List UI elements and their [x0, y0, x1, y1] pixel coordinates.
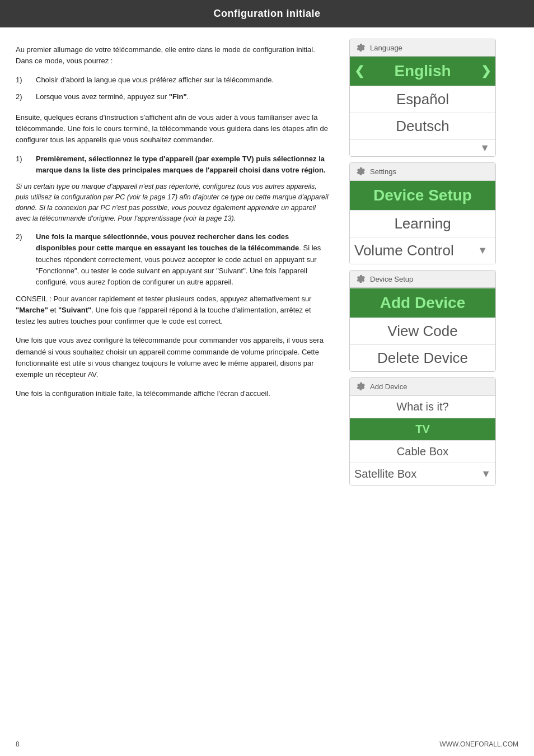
page-number: 8	[16, 740, 20, 748]
step-2b-text: Une fois la marque sélectionnée, vous po…	[36, 231, 331, 288]
step-2b-num: 2)	[16, 231, 36, 288]
add-device-panel-header: Add Device	[350, 378, 495, 395]
device-setup-panel-title: Device Setup	[370, 275, 413, 283]
language-english[interactable]: ❮ English ❯	[350, 57, 495, 86]
intro-paragraph: Au premier allumage de votre télécommand…	[16, 44, 331, 67]
device-setup-view-code-label: View Code	[387, 323, 457, 339]
language-panel-title: Language	[370, 44, 402, 52]
add-device-what-is-it-label: What is it?	[396, 400, 448, 413]
step-2b: 2) Une fois la marque sélectionnée, vous…	[16, 231, 331, 288]
final-text-1: Une fois que vous avez configuré la télé…	[16, 335, 331, 380]
language-panel: Language ❮ English ❯ Español Deutsch ▼	[349, 39, 496, 157]
add-device-gear-icon	[357, 382, 366, 391]
add-device-panel: Add Device What is it? TV Cable Box Sate…	[349, 377, 496, 486]
settings-panel-header: Settings	[350, 163, 495, 180]
final-text-2: Une fois la configuration initiale faite…	[16, 388, 331, 399]
volume-arrow-down-icon: ▼	[477, 245, 488, 256]
add-device-panel-title: Add Device	[370, 382, 407, 391]
add-device-what-is-it[interactable]: What is it?	[350, 395, 495, 418]
step-2: 2) Lorsque vous avez terminé, appuyez su…	[16, 91, 331, 102]
step-2-text-pre: Lorsque vous avez terminé, appuyez sur	[36, 92, 169, 101]
page-footer: 8 WWW.ONEFORALL.COM	[16, 740, 518, 748]
settings-gear-icon	[357, 167, 366, 176]
step-2-text-post: .	[187, 92, 189, 101]
device-setup-delete-device[interactable]: Delete Device	[350, 344, 495, 371]
step-1: 1) Choisir d'abord la langue que vous pr…	[16, 74, 331, 86]
website-url: WWW.ONEFORALL.COM	[439, 740, 518, 748]
conseil-prefix: CONSEIL : Pour avancer rapidement et tes…	[16, 295, 311, 303]
language-espanol[interactable]: Español	[350, 86, 495, 113]
device-setup-view-code[interactable]: View Code	[350, 318, 495, 344]
step-2-num: 2)	[16, 91, 36, 102]
step-2-bold: "Fin"	[169, 92, 187, 101]
add-device-satellite-box-label: Satellite Box	[354, 468, 416, 480]
conseil-bold2: "Suivant"	[58, 306, 91, 314]
language-panel-header: Language	[350, 39, 495, 57]
step-1-num: 1)	[16, 74, 36, 86]
step-1b-text: Premièrement, sélectionnez le type d'app…	[36, 153, 331, 176]
right-sidebar: Language ❮ English ❯ Español Deutsch ▼	[347, 39, 504, 486]
device-setup-panel-header: Device Setup	[350, 270, 495, 288]
step-1b-num: 1)	[16, 153, 36, 176]
step-1b: 1) Premièrement, sélectionnez le type d'…	[16, 153, 331, 176]
settings-panel-title: Settings	[370, 167, 396, 176]
conseil-mid: et	[48, 306, 58, 314]
add-device-cable-box[interactable]: Cable Box	[350, 440, 495, 463]
language-deutsch-label: Deutsch	[396, 118, 449, 134]
add-device-satellite-box[interactable]: Satellite Box ▼	[350, 463, 495, 485]
page-title: Configuration initiale	[0, 0, 534, 27]
arrow-right-icon: ❯	[481, 64, 491, 78]
italic-note: Si un certain type ou marque d'appareil …	[16, 181, 331, 223]
step-2b-bold: cette marque en essayant les touches de …	[96, 244, 299, 252]
settings-panel: Settings Device Setup Learning Volume Co…	[349, 162, 496, 264]
add-device-tv[interactable]: TV	[350, 418, 495, 440]
conseil-bold1: "Marche"	[16, 306, 48, 314]
language-espanol-label: Español	[396, 91, 449, 108]
settings-learning[interactable]: Learning	[350, 210, 495, 237]
settings-volume-control[interactable]: Volume Control ▼	[350, 237, 495, 264]
device-setup-delete-device-label: Delete Device	[377, 349, 468, 366]
step-2-text: Lorsque vous avez terminé, appuyez sur "…	[36, 91, 331, 102]
add-device-tv-label: TV	[415, 423, 430, 435]
language-deutsch[interactable]: Deutsch	[350, 113, 495, 139]
step-1-text: Choisir d'abord la langue que vous préfé…	[36, 74, 331, 86]
conseil-text: CONSEIL : Pour avancer rapidement et tes…	[16, 293, 331, 327]
settings-volume-label: Volume Control	[354, 242, 454, 259]
add-device-cable-box-label: Cable Box	[397, 445, 448, 458]
language-english-label: English	[394, 62, 451, 80]
device-setup-panel: Device Setup Add Device View Code Delete…	[349, 270, 496, 372]
device-setup-add-device-label: Add Device	[380, 294, 466, 311]
device-setup-gear-icon	[357, 274, 366, 283]
settings-learning-label: Learning	[394, 215, 451, 232]
left-content: Au premier allumage de votre télécommand…	[0, 39, 347, 486]
gear-icon	[357, 43, 366, 52]
lang-more-arrow[interactable]: ▼	[350, 139, 495, 156]
device-setup-add-device[interactable]: Add Device	[350, 288, 495, 318]
satellite-arrow-down-icon: ▼	[481, 468, 491, 480]
settings-device-setup[interactable]: Device Setup	[350, 180, 495, 210]
arrow-left-icon: ❮	[354, 64, 364, 78]
settings-device-setup-label: Device Setup	[373, 186, 472, 204]
section-gap-text: Ensuite, quelques écrans d'instruction s…	[16, 112, 331, 146]
